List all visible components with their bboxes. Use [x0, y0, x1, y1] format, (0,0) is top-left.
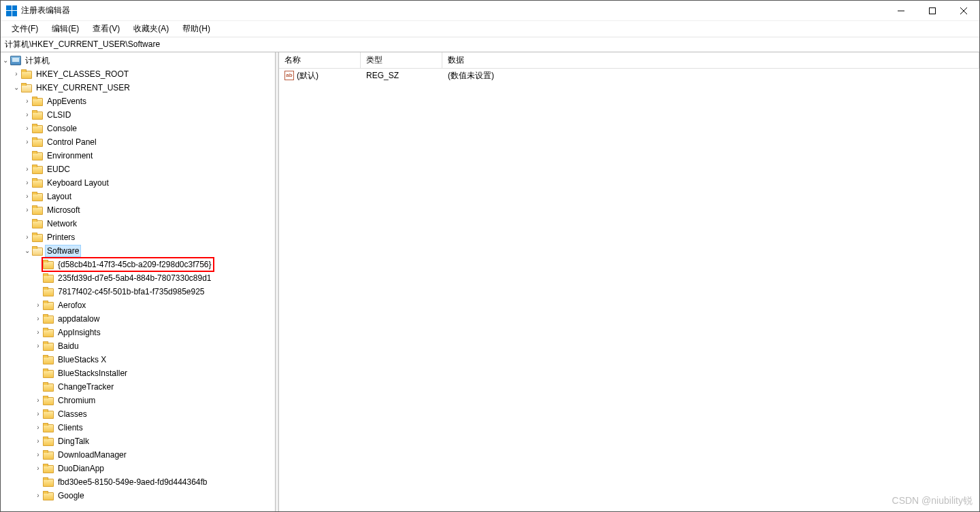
folder-icon — [43, 355, 54, 364]
tree-item-label: 235fd39d-d7e5-5ab4-884b-7807330c89d1 — [56, 273, 213, 284]
folder-icon — [32, 137, 43, 147]
tree-item-label: {d58cb4b1-47f3-45cb-a209-f298d0c3f756} — [56, 259, 213, 270]
tree-item-label: DownloadManager — [56, 449, 128, 460]
folder-icon — [43, 260, 54, 269]
folder-icon — [43, 328, 54, 337]
tree-item-label: DingTalk — [56, 436, 91, 447]
expand-icon[interactable]: › — [33, 341, 43, 351]
minimize-button[interactable] — [885, 1, 917, 20]
tree-item[interactable]: ›DownloadManager — [1, 448, 275, 462]
tree-item[interactable]: ›EUDC — [1, 163, 275, 176]
expand-icon[interactable]: › — [22, 178, 32, 188]
expand-icon[interactable]: › — [33, 450, 43, 460]
tree-item-label: Console — [46, 123, 78, 134]
tree-item[interactable]: ›CLSID — [1, 108, 275, 122]
tree-item[interactable]: ›fbd30ee5-8150-549e-9aed-fd9d444364fb — [1, 475, 275, 489]
menu-file[interactable]: 文件(F) — [5, 22, 45, 36]
tree-item[interactable]: ⌄计算机 — [1, 54, 275, 67]
menu-favorites[interactable]: 收藏夹(A) — [127, 22, 176, 36]
tree-item[interactable]: ›Layout — [1, 190, 275, 203]
tree-panel[interactable]: ⌄计算机›HKEY_CLASSES_ROOT⌄HKEY_CURRENT_USER… — [1, 52, 276, 511]
folder-icon — [32, 205, 43, 215]
tree-item-label: 7817f402-c45f-501b-bfa1-f735d985e925 — [56, 286, 206, 297]
expand-icon[interactable]: › — [33, 491, 43, 500]
collapse-icon[interactable]: ⌄ — [22, 246, 32, 256]
expand-icon[interactable]: › — [33, 409, 43, 419]
expand-icon[interactable]: › — [33, 437, 43, 446]
menu-help[interactable]: 帮助(H) — [176, 22, 217, 36]
tree-item[interactable]: ›BlueStacks X — [1, 353, 275, 366]
tree-item[interactable]: ›Baidu — [1, 339, 275, 353]
tree-item[interactable]: ›AppInsights — [1, 326, 275, 339]
tree-item-label: Chromium — [56, 395, 97, 406]
tree-item-label: Control Panel — [46, 137, 98, 148]
collapse-icon[interactable]: ⌄ — [12, 83, 21, 92]
value-row[interactable]: ab(默认)REG_SZ(数值未设置) — [279, 69, 979, 82]
folder-icon — [43, 301, 54, 310]
expand-icon[interactable]: › — [33, 423, 43, 432]
collapse-icon[interactable]: ⌄ — [1, 56, 10, 65]
app-icon — [6, 5, 17, 16]
expand-icon[interactable]: › — [33, 314, 43, 324]
address-input[interactable] — [5, 40, 979, 50]
column-data[interactable]: 数据 — [442, 52, 979, 68]
folder-icon — [32, 110, 43, 120]
tree-item-label: HKEY_CLASSES_ROOT — [35, 69, 130, 80]
tree-item[interactable]: ›Network — [1, 217, 275, 231]
expand-icon[interactable]: › — [22, 97, 32, 106]
expand-icon[interactable]: › — [22, 110, 32, 120]
tree-item[interactable]: ›Google — [1, 489, 275, 502]
tree-item[interactable]: ›Control Panel — [1, 135, 275, 149]
value-rows: ab(默认)REG_SZ(数值未设置) — [279, 69, 979, 82]
column-name[interactable]: 名称 — [279, 52, 361, 68]
tree-item[interactable]: ›Console — [1, 122, 275, 135]
expand-icon[interactable]: › — [22, 233, 32, 242]
tree-item[interactable]: ›{d58cb4b1-47f3-45cb-a209-f298d0c3f756} — [1, 258, 275, 271]
tree-item[interactable]: ›appdatalow — [1, 312, 275, 326]
folder-icon — [43, 382, 54, 392]
column-type[interactable]: 类型 — [361, 52, 442, 68]
tree-item[interactable]: ›Chromium — [1, 394, 275, 407]
menu-edit[interactable]: 编辑(E) — [45, 22, 86, 36]
expand-icon[interactable]: › — [22, 137, 32, 147]
tree-item[interactable]: ›Printers — [1, 231, 275, 244]
folder-icon — [32, 124, 43, 133]
tree-item-label: ChangeTracker — [56, 381, 115, 392]
expand-icon[interactable]: › — [33, 464, 43, 473]
tree-item[interactable]: ›HKEY_CLASSES_ROOT — [1, 67, 275, 81]
tree-item[interactable]: ›AppEvents — [1, 95, 275, 108]
tree-item[interactable]: ›Classes — [1, 407, 275, 421]
tree-item[interactable]: ›ChangeTracker — [1, 380, 275, 394]
tree-item[interactable]: ⌄Software — [1, 244, 275, 258]
value-name: (默认) — [297, 70, 318, 82]
expand-icon[interactable]: › — [12, 69, 21, 79]
expand-icon[interactable]: › — [22, 124, 32, 133]
tree-item-label: Printers — [46, 232, 76, 243]
tree-item[interactable]: ›235fd39d-d7e5-5ab4-884b-7807330c89d1 — [1, 271, 275, 285]
tree-item[interactable]: ›BlueStacksInstaller — [1, 366, 275, 380]
tree-item[interactable]: ›Clients — [1, 421, 275, 434]
tree-item-label: Layout — [46, 191, 73, 202]
folder-icon — [43, 491, 54, 500]
tree-item[interactable]: ›Microsoft — [1, 203, 275, 217]
tree-item[interactable]: ›Environment — [1, 149, 275, 163]
expand-icon[interactable]: › — [22, 192, 32, 201]
tree-item[interactable]: ›Keyboard Layout — [1, 176, 275, 190]
tree-item[interactable]: ›DingTalk — [1, 434, 275, 448]
expand-icon[interactable]: › — [33, 301, 43, 310]
column-headers: 名称 类型 数据 — [279, 52, 979, 69]
expand-icon[interactable]: › — [22, 205, 32, 215]
close-button[interactable] — [948, 1, 979, 20]
tree-item[interactable]: ›DuoDianApp — [1, 462, 275, 475]
expand-icon[interactable]: › — [22, 165, 32, 174]
tree-item[interactable]: ›Aerofox — [1, 298, 275, 312]
menu-view[interactable]: 查看(V) — [86, 22, 127, 36]
tree-item[interactable]: ⌄HKEY_CURRENT_USER — [1, 81, 275, 95]
maximize-button[interactable] — [917, 1, 948, 20]
folder-icon — [43, 396, 54, 405]
tree-item-label: Microsoft — [46, 205, 82, 216]
expand-icon[interactable]: › — [33, 328, 43, 337]
tree-item[interactable]: ›7817f402-c45f-501b-bfa1-f735d985e925 — [1, 285, 275, 298]
tree-item-label: DuoDianApp — [56, 463, 105, 474]
expand-icon[interactable]: › — [33, 396, 43, 405]
